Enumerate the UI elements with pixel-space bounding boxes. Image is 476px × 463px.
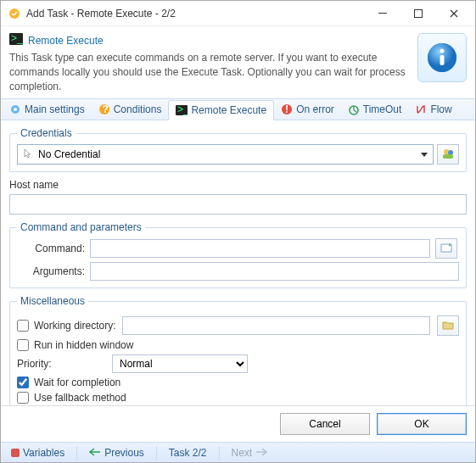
header: >_ Remote Execute This Task type can exe… xyxy=(1,26,475,98)
terminal-icon: >_ xyxy=(9,33,23,47)
cancel-button[interactable]: Cancel xyxy=(280,413,370,435)
priority-select[interactable]: Normal xyxy=(112,354,248,373)
fallback-checkbox[interactable] xyxy=(17,392,29,404)
help-icon: ? xyxy=(98,103,110,115)
priority-label: Priority: xyxy=(17,358,105,370)
svg-text:>_: >_ xyxy=(11,33,23,44)
arrow-right-icon xyxy=(255,447,267,459)
misc-group: Miscellaneous Working directory: Run in … xyxy=(9,295,467,405)
svg-text:?: ? xyxy=(102,103,108,115)
minimize-button[interactable] xyxy=(365,2,400,25)
svg-text:>_: >_ xyxy=(177,105,188,115)
status-next: Next xyxy=(227,447,273,459)
wait-completion-label: Wait for completion xyxy=(34,377,120,388)
arguments-label: Arguments: xyxy=(17,265,85,277)
status-bar: Variables Previous Task 2/2 Next xyxy=(1,442,475,462)
arrow-left-icon xyxy=(89,447,101,459)
working-dir-checkbox[interactable] xyxy=(17,320,29,332)
host-input[interactable] xyxy=(9,194,467,215)
svg-rect-8 xyxy=(440,55,445,65)
run-hidden-label: Run in hidden window xyxy=(34,339,133,351)
svg-point-18 xyxy=(444,149,449,154)
footer: Cancel OK xyxy=(1,405,475,442)
browse-command-button[interactable] xyxy=(435,238,457,259)
maximize-button[interactable] xyxy=(400,2,436,25)
svg-text:!: ! xyxy=(285,103,288,115)
working-dir-input[interactable] xyxy=(122,316,430,335)
tab-flow[interactable]: Flow xyxy=(408,99,458,120)
svg-point-7 xyxy=(440,49,445,53)
info-icon[interactable] xyxy=(417,33,467,82)
svg-rect-20 xyxy=(443,154,453,159)
folder-icon xyxy=(442,320,454,332)
tab-remote-execute[interactable]: >_ Remote Execute xyxy=(168,100,274,120)
wait-completion-checkbox[interactable] xyxy=(17,377,29,388)
command-input[interactable] xyxy=(90,239,430,258)
svg-rect-1 xyxy=(378,13,387,14)
error-icon: ! xyxy=(281,103,293,115)
titlebar: Add Task - Remote Execute - 2/2 xyxy=(1,1,475,26)
browse-file-icon xyxy=(440,243,452,255)
misc-legend: Miscellaneous xyxy=(17,295,88,307)
tab-main-settings[interactable]: Main settings xyxy=(3,99,92,120)
command-legend: Command and parameters xyxy=(17,221,145,233)
content-area: Credentials No Credential Host name Comm… xyxy=(1,120,475,405)
tab-bar: Main settings ? Conditions >_ Remote Exe… xyxy=(1,98,475,120)
app-icon xyxy=(8,7,21,20)
run-hidden-checkbox[interactable] xyxy=(17,339,29,351)
header-title: Remote Execute xyxy=(28,35,104,47)
terminal-icon: >_ xyxy=(176,104,188,116)
svg-rect-2 xyxy=(415,9,423,17)
ok-button[interactable]: OK xyxy=(377,413,467,435)
status-task-indicator: Task 2/2 xyxy=(164,447,212,459)
fallback-label: Use fallback method xyxy=(34,392,126,404)
credentials-legend: Credentials xyxy=(17,127,76,139)
host-label: Host name xyxy=(9,179,59,191)
tab-on-error[interactable]: ! On error xyxy=(274,99,341,120)
timer-icon xyxy=(348,103,360,115)
settings-icon xyxy=(9,103,21,115)
cursor-icon xyxy=(23,148,33,161)
browse-working-dir-button[interactable] xyxy=(437,315,459,336)
manage-credentials-button[interactable] xyxy=(437,144,459,165)
close-button[interactable] xyxy=(436,2,472,25)
window-title: Add Task - Remote Execute - 2/2 xyxy=(26,8,365,20)
arguments-input[interactable] xyxy=(90,262,459,281)
working-dir-label: Working directory: xyxy=(34,320,115,332)
status-previous[interactable]: Previous xyxy=(84,447,149,459)
flow-icon xyxy=(415,103,427,115)
svg-point-10 xyxy=(14,108,17,111)
variables-icon xyxy=(11,449,20,457)
credentials-value: No Credential xyxy=(38,148,100,160)
credentials-select[interactable]: No Credential xyxy=(17,144,434,165)
status-variables[interactable]: Variables xyxy=(6,447,70,459)
tab-conditions[interactable]: ? Conditions xyxy=(92,99,169,120)
command-label: Command: xyxy=(17,243,85,254)
host-group: Host name xyxy=(9,179,467,215)
tab-timeout[interactable]: TimeOut xyxy=(341,99,409,120)
credentials-manager-icon xyxy=(441,147,455,163)
command-group: Command and parameters Command: Argument… xyxy=(9,221,467,288)
header-description: This Task type can execute commands on a… xyxy=(9,51,411,93)
credentials-group: Credentials No Credential xyxy=(9,127,467,172)
